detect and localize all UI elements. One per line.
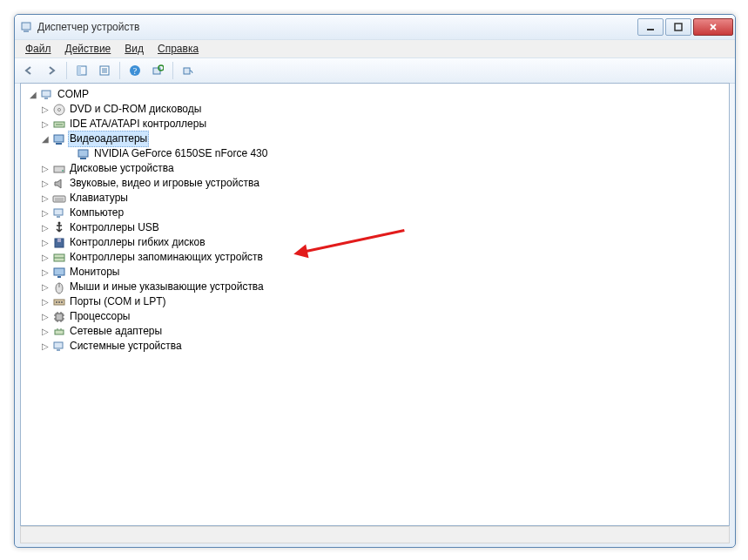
tree-item[interactable]: ◢Видеоадаптеры: [40, 132, 727, 146]
display-adapter-icon: [52, 132, 66, 146]
svg-point-36: [61, 301, 63, 303]
tree-item[interactable]: ▷Порты (COM и LPT): [40, 294, 727, 309]
tree-content[interactable]: ◢COMP▷DVD и CD-ROM дисководы▷IDE ATA/ATA…: [20, 83, 730, 526]
svg-point-26: [58, 221, 61, 224]
svg-rect-17: [54, 135, 64, 142]
menu-action[interactable]: Действие: [58, 41, 118, 57]
svg-rect-20: [80, 158, 86, 159]
tree-item-label: Контроллеры USB: [68, 220, 161, 235]
tree-item-label: IDE ATA/ATAPI контроллеры: [68, 117, 208, 132]
show-hidden-devices-button[interactable]: [178, 60, 199, 81]
svg-rect-0: [22, 23, 30, 30]
system-icon: [52, 340, 66, 354]
maximize-button[interactable]: [665, 18, 691, 36]
expand-icon[interactable]: ◢: [40, 132, 51, 146]
svg-rect-18: [56, 143, 62, 145]
toolbar-separator: [172, 62, 173, 79]
expand-icon[interactable]: ▷: [40, 309, 51, 324]
tree-item-label: Мыши и иные указывающие устройства: [68, 280, 266, 294]
computer-icon: [52, 206, 66, 220]
svg-rect-39: [54, 342, 63, 348]
tree-item[interactable]: ▷Контроллеры запоминающих устройств: [40, 250, 727, 265]
titlebar[interactable]: Диспетчер устройств: [15, 15, 735, 39]
minimize-button[interactable]: [637, 18, 664, 36]
tree-item-label: Процессоры: [68, 309, 132, 324]
expand-icon[interactable]: ▷: [40, 206, 51, 220]
svg-rect-37: [56, 314, 63, 320]
expand-icon[interactable]: ▷: [40, 161, 51, 176]
expand-icon[interactable]: ▷: [40, 250, 51, 265]
close-button[interactable]: [693, 18, 733, 36]
svg-rect-11: [184, 68, 190, 74]
tree-item[interactable]: ▷IDE ATA/ATAPI контроллеры: [40, 117, 727, 132]
tree-item[interactable]: ▷Компьютер: [40, 206, 727, 220]
tree-item[interactable]: ▷Процессоры: [40, 309, 727, 324]
disc-icon: [52, 103, 66, 117]
mouse-icon: [52, 280, 66, 294]
show-hide-console-tree-button[interactable]: [71, 60, 92, 81]
window-title: Диспетчер устройств: [37, 21, 139, 33]
properties-button[interactable]: [94, 60, 115, 81]
tree-item-label: Сетевые адаптеры: [68, 324, 164, 339]
tree-item-label: DVD и CD-ROM дисководы: [68, 102, 203, 117]
network-icon: [52, 325, 66, 339]
svg-point-35: [58, 301, 60, 303]
tree-item[interactable]: ▷Системные устройства: [40, 339, 727, 354]
tree-child-label: NVIDIA GeForce 6150SE nForce 430: [92, 146, 269, 161]
port-icon: [52, 295, 66, 309]
tree-item[interactable]: ▷Дисковые устройства: [40, 161, 727, 176]
app-icon: [20, 20, 34, 34]
svg-point-22: [62, 170, 64, 172]
expand-icon[interactable]: ▷: [40, 339, 51, 354]
tree-item[interactable]: ▷Контроллеры гибких дисков: [40, 235, 727, 250]
tree-item[interactable]: ▷Мыши и иные указывающие устройства: [40, 280, 727, 294]
expand-icon[interactable]: ▷: [40, 294, 51, 309]
svg-rect-25: [57, 216, 60, 218]
tree-item[interactable]: ▷Звуковые, видео и игровые устройства: [40, 176, 727, 191]
svg-rect-5: [77, 66, 81, 75]
svg-rect-40: [57, 349, 60, 351]
tree-item-label: Дисковые устройства: [68, 161, 176, 176]
forward-button[interactable]: [41, 60, 62, 81]
menu-help[interactable]: Справка: [151, 41, 206, 57]
scan-hardware-button[interactable]: [147, 60, 168, 81]
svg-rect-12: [42, 91, 51, 97]
tree-item[interactable]: ▷Клавиатуры: [40, 191, 727, 206]
tree-item[interactable]: ▷Контроллеры USB: [40, 220, 727, 235]
expand-icon[interactable]: ▷: [40, 220, 51, 235]
expand-icon[interactable]: ▷: [40, 176, 51, 191]
expand-icon[interactable]: ▷: [40, 235, 51, 250]
help-button[interactable]: ?: [125, 60, 145, 81]
expand-icon[interactable]: ▷: [40, 191, 51, 206]
svg-rect-3: [675, 24, 682, 30]
tree-item[interactable]: ▷Сетевые адаптеры: [40, 324, 727, 339]
collapse-icon[interactable]: ◢: [28, 87, 38, 102]
tree-child-item[interactable]: NVIDIA GeForce 6150SE nForce 430: [64, 146, 727, 161]
expand-icon[interactable]: ▷: [40, 102, 51, 117]
tree-root-label: COMP: [56, 87, 91, 102]
computer-icon: [40, 88, 54, 102]
svg-text:?: ?: [133, 66, 138, 76]
tree-item[interactable]: ▷Мониторы: [40, 265, 727, 280]
tree-item[interactable]: ▷DVD и CD-ROM дисководы: [40, 102, 727, 117]
tree-root[interactable]: ◢COMP: [28, 87, 727, 102]
svg-rect-13: [44, 98, 48, 99]
tree-item-label: Порты (COM и LPT): [68, 294, 168, 309]
tree-item-label: Видеоадаптеры: [68, 131, 149, 147]
expand-icon[interactable]: ▷: [40, 265, 51, 280]
tree-item-label: Компьютер: [68, 206, 125, 220]
tree-item-label: Контроллеры запоминающих устройств: [68, 250, 265, 265]
svg-point-34: [56, 301, 57, 303]
svg-rect-24: [54, 209, 63, 215]
svg-rect-38: [55, 330, 64, 334]
expand-icon[interactable]: ▷: [40, 324, 51, 339]
svg-point-15: [58, 108, 61, 111]
menu-file[interactable]: Файл: [18, 41, 58, 57]
cpu-icon: [52, 310, 66, 324]
sound-icon: [52, 177, 66, 191]
keyboard-icon: [52, 192, 66, 206]
menu-view[interactable]: Вид: [118, 41, 151, 57]
expand-icon[interactable]: ▷: [40, 280, 51, 294]
back-button[interactable]: [18, 60, 39, 81]
expand-icon[interactable]: ▷: [40, 117, 51, 132]
